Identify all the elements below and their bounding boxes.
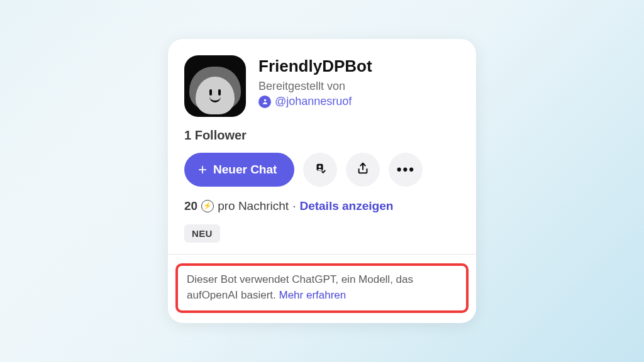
more-icon: ••• xyxy=(397,163,415,177)
divider xyxy=(168,254,476,255)
header-row: FriendlyDPBot Bereitgestellt von @johann… xyxy=(184,55,460,117)
price-row: 20 ⚡ pro Nachricht · Details anzeigen xyxy=(184,199,460,213)
share-icon xyxy=(356,162,370,177)
details-link[interactable]: Details anzeigen xyxy=(299,199,393,213)
author-row[interactable]: @johannesruof xyxy=(258,95,460,108)
price-unit: pro Nachricht xyxy=(218,199,289,213)
learn-more-link[interactable]: Mehr erfahren xyxy=(279,289,346,301)
bot-title: FriendlyDPBot xyxy=(258,57,460,76)
bolt-icon: ⚡ xyxy=(201,200,214,212)
person-add-icon xyxy=(313,162,327,177)
new-chat-button[interactable]: + Neuer Chat xyxy=(184,153,294,187)
svg-point-0 xyxy=(264,99,265,101)
followers-count: 1 Follower xyxy=(184,128,460,143)
separator: · xyxy=(292,199,296,213)
more-button[interactable]: ••• xyxy=(389,153,423,187)
price-amount: 20 xyxy=(184,199,197,213)
person-circle-icon xyxy=(258,96,271,108)
share-button[interactable] xyxy=(346,153,380,187)
title-block: FriendlyDPBot Bereitgestellt von @johann… xyxy=(258,55,460,108)
provided-by-label: Bereitgestellt von xyxy=(258,79,460,94)
bot-profile-card: FriendlyDPBot Bereitgestellt von @johann… xyxy=(168,39,476,323)
add-contact-button[interactable] xyxy=(303,153,337,187)
plus-icon: + xyxy=(198,162,207,177)
bot-avatar xyxy=(184,55,246,117)
disclaimer-text: Dieser Bot verwendet ChatGPT, ein Modell… xyxy=(187,272,457,303)
author-handle[interactable]: @johannesruof xyxy=(275,95,352,108)
svg-point-2 xyxy=(319,166,321,168)
new-badge: NEU xyxy=(184,224,220,243)
disclaimer-highlight: Dieser Bot verwendet ChatGPT, ein Modell… xyxy=(175,263,469,313)
new-chat-label: Neuer Chat xyxy=(213,163,277,177)
actions-row: + Neuer Chat ••• xyxy=(184,153,460,187)
